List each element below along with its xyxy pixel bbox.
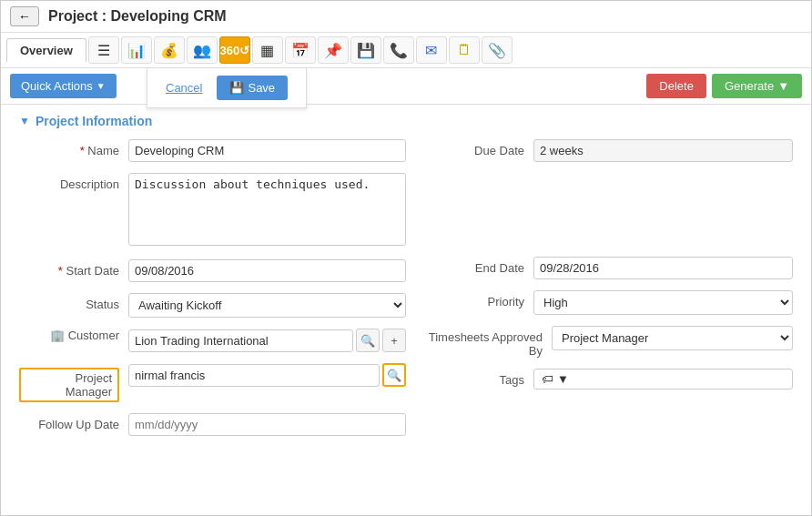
follow-up-date-row: Follow Up Date: [19, 413, 406, 436]
customer-label: Customer: [68, 329, 119, 342]
generate-button[interactable]: Generate ▼: [712, 74, 802, 98]
due-date-label: Due Date: [424, 139, 533, 157]
follow-up-date-label: Follow Up Date: [19, 413, 128, 431]
customer-search-button[interactable]: 🔍: [356, 329, 380, 352]
customer-building-icon: 🏢: [50, 329, 65, 342]
phone-icon[interactable]: 📞: [383, 36, 414, 64]
tab-overview[interactable]: Overview: [6, 38, 86, 62]
project-manager-search-button[interactable]: 🔍: [382, 363, 406, 387]
description-input[interactable]: Discussion about techniques used.: [128, 173, 406, 246]
chart-icon[interactable]: 📊: [121, 36, 152, 64]
right-buttons: Delete Generate ▼: [646, 74, 802, 98]
email-icon[interactable]: ✉: [416, 36, 447, 64]
save-cancel-popup: Cancel 💾 Save: [147, 68, 307, 108]
toolbar: Overview ☰ 📊 💰 👥 360↺ ▦ 📅 📌 💾 📞 ✉ 🗒 📎: [1, 33, 811, 68]
description-row: Description Discussion about techniques …: [19, 173, 406, 248]
follow-up-date-input[interactable]: [128, 413, 406, 436]
back-button[interactable]: ←: [10, 6, 39, 26]
section-title: Project Information: [36, 114, 152, 128]
customer-search-icon: 🔍: [360, 334, 375, 348]
customer-row: 🏢 Customer 🔍 +: [19, 329, 406, 352]
page-title: Project : Developing CRM: [48, 8, 227, 25]
clip-icon[interactable]: 📎: [482, 36, 513, 64]
save-icon: 💾: [229, 81, 244, 95]
back-icon: ←: [18, 9, 31, 24]
follow-up-date-control: [128, 413, 406, 436]
priority-control: High Medium Low: [533, 290, 793, 315]
status-select[interactable]: Awaiting Kickoff In Progress Completed O…: [128, 293, 406, 318]
start-date-control: [128, 259, 406, 282]
project-manager-control: 🔍: [128, 363, 406, 387]
due-date-input[interactable]: [533, 139, 793, 162]
project-manager-input[interactable]: [128, 364, 380, 387]
project-manager-input-group: 🔍: [128, 363, 406, 387]
customer-input-group: 🔍 +: [128, 329, 406, 352]
tags-control: 🏷 ▼: [533, 369, 793, 390]
tags-dropdown[interactable]: 🏷 ▼: [533, 369, 793, 390]
name-control: [128, 139, 406, 162]
status-row: Status Awaiting Kickoff In Progress Comp…: [19, 293, 406, 318]
floppy-icon[interactable]: 💾: [350, 36, 381, 64]
timesheets-label: Timesheets Approved By: [424, 326, 552, 358]
section-header: ▼ Project Information: [19, 114, 793, 128]
quick-actions-arrow-icon: ▼: [96, 81, 106, 91]
end-date-row: End Date: [424, 257, 793, 279]
tags-row: Tags 🏷 ▼: [424, 369, 793, 390]
grid-icon[interactable]: ▦: [252, 36, 283, 64]
content-area: ▼ Project Information Name Description: [1, 105, 811, 450]
pin-icon[interactable]: 📌: [318, 36, 349, 64]
status-label: Status: [19, 293, 128, 311]
start-date-label: Start Date: [19, 259, 128, 278]
tags-label: Tags: [424, 369, 533, 387]
360-icon[interactable]: 360↺: [219, 36, 250, 64]
customer-label-wrapper: 🏢 Customer: [19, 329, 128, 342]
name-row: Name: [19, 139, 406, 162]
project-manager-label: Project Manager: [19, 368, 119, 402]
due-date-control: [533, 139, 793, 162]
priority-select[interactable]: High Medium Low: [533, 290, 793, 315]
end-date-control: [533, 257, 793, 279]
generate-arrow-icon: ▼: [777, 79, 789, 93]
quick-actions-label: Quick Actions: [21, 79, 93, 93]
timesheets-control: Project Manager Team Lead Admin: [552, 326, 793, 350]
tags-arrow-icon: ▼: [557, 372, 569, 386]
quick-actions-button[interactable]: Quick Actions ▼: [10, 74, 117, 98]
description-label: Description: [19, 173, 128, 191]
save-button[interactable]: 💾 Save: [217, 76, 288, 100]
description-spacer: [424, 173, 793, 251]
start-date-input[interactable]: [128, 259, 406, 282]
form-right-column: Due Date End Date Priority: [406, 139, 793, 441]
save-label: Save: [248, 81, 275, 95]
name-input[interactable]: [128, 139, 406, 162]
project-manager-label-cell: Project Manager: [19, 363, 128, 402]
cancel-button[interactable]: Cancel: [166, 81, 202, 95]
note-icon[interactable]: 🗒: [449, 36, 480, 64]
description-control: Discussion about techniques used.: [128, 173, 406, 248]
customer-add-icon: +: [391, 334, 398, 348]
name-label: Name: [19, 139, 128, 157]
calendar-icon[interactable]: 📅: [285, 36, 316, 64]
customer-add-button[interactable]: +: [382, 329, 406, 352]
timesheets-select[interactable]: Project Manager Team Lead Admin: [552, 326, 793, 350]
start-date-row: Start Date: [19, 259, 406, 282]
action-bar: Quick Actions ▼ Cancel 💾 Save Delete Gen…: [1, 68, 811, 105]
delete-button[interactable]: Delete: [646, 74, 706, 98]
end-date-label: End Date: [424, 257, 533, 275]
money-icon[interactable]: 💰: [154, 36, 185, 64]
list-icon[interactable]: ☰: [88, 36, 119, 64]
project-form: Name Description Discussion about techni…: [19, 139, 793, 441]
form-left-column: Name Description Discussion about techni…: [19, 139, 406, 441]
project-manager-row: Project Manager 🔍: [19, 363, 406, 402]
project-manager-search-icon: 🔍: [387, 369, 401, 382]
people-icon[interactable]: 👥: [187, 36, 218, 64]
priority-label: Priority: [424, 290, 533, 309]
due-date-row: Due Date: [424, 139, 793, 162]
tags-icon: 🏷: [542, 372, 553, 386]
section-chevron-icon: ▼: [19, 115, 30, 127]
customer-input[interactable]: [128, 329, 353, 352]
end-date-input[interactable]: [533, 257, 793, 279]
generate-label: Generate: [725, 79, 774, 93]
timesheets-row: Timesheets Approved By Project Manager T…: [424, 326, 793, 358]
priority-row: Priority High Medium Low: [424, 290, 793, 315]
status-control: Awaiting Kickoff In Progress Completed O…: [128, 293, 406, 318]
